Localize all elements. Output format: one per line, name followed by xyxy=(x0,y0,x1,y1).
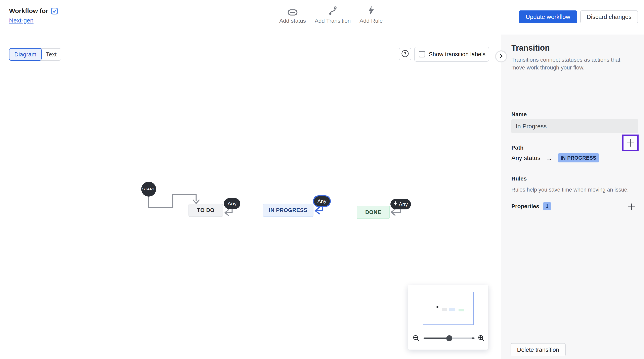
transition-pill-any-todo[interactable]: Any xyxy=(224,198,240,209)
zoom-out-icon xyxy=(413,335,420,342)
add-transition-label: Add Transition xyxy=(315,18,351,24)
rules-section-label: Rules xyxy=(512,175,527,182)
minimap-panel xyxy=(408,285,488,350)
properties-section-label: Properties xyxy=(512,203,539,210)
minimap-inprogress-rect xyxy=(449,308,455,311)
transition-pill-label: Any xyxy=(399,201,408,207)
zoom-in-button[interactable] xyxy=(478,335,485,342)
add-rule-button[interactable]: Add Rule xyxy=(360,5,382,24)
status-pill-icon xyxy=(288,5,298,16)
add-transition-button[interactable]: Add Transition xyxy=(315,5,351,24)
rules-description: Rules help you save time when moving an … xyxy=(512,187,629,193)
transition-detail-panel: Transition Transitions connect statuses … xyxy=(501,34,644,359)
header-actions: Update workflow Discard changes xyxy=(519,10,638,23)
zoom-slider-marker xyxy=(472,337,474,339)
question-mark-icon: ? xyxy=(401,50,409,58)
zoom-in-icon xyxy=(478,335,485,342)
transition-pill-label: Any xyxy=(228,201,237,207)
rule-lightning-icon xyxy=(394,201,397,208)
zoom-out-button[interactable] xyxy=(413,335,420,342)
arrow-right-icon: → xyxy=(546,155,552,161)
panel-divider xyxy=(501,34,501,359)
top-header: Workflow for Next-gen Add sta xyxy=(0,0,644,34)
path-from-status: Any status xyxy=(512,154,540,162)
workflow-title-block: Workflow for Next-gen xyxy=(9,7,58,24)
properties-count-badge: 1 xyxy=(543,202,551,210)
minimap-done-rect xyxy=(458,309,464,312)
node-start[interactable]: START xyxy=(141,182,156,197)
discard-changes-button[interactable]: Discard changes xyxy=(580,10,638,23)
view-mode-toggle: Diagram Text xyxy=(9,48,61,61)
zoom-slider-thumb[interactable] xyxy=(446,335,452,341)
help-button[interactable]: ? xyxy=(399,48,411,60)
tab-diagram[interactable]: Diagram xyxy=(9,48,42,61)
minimap-todo-rect xyxy=(442,308,447,311)
transition-pill-any-inprogress-selected[interactable]: Any xyxy=(313,195,331,207)
diagram-toolbar: Add status Add Transition xyxy=(279,5,383,24)
transition-labels-checkbox[interactable] xyxy=(419,51,425,57)
path-target-badge: IN PROGRESS xyxy=(558,153,599,162)
panel-description: Transitions connect statuses as actions … xyxy=(512,56,632,71)
add-status-label: Add status xyxy=(279,18,306,24)
transition-name-input[interactable] xyxy=(512,119,638,133)
transition-labels-label: Show transition labels xyxy=(429,51,486,58)
delete-transition-button[interactable]: Delete transition xyxy=(510,343,566,357)
add-property-plus-button[interactable] xyxy=(628,203,636,211)
add-status-button[interactable]: Add status xyxy=(279,5,306,24)
transition-pill-label: Any xyxy=(318,198,326,204)
add-rule-label: Add Rule xyxy=(360,18,382,24)
properties-row: Properties 1 xyxy=(512,202,551,210)
zoom-slider[interactable] xyxy=(424,338,475,339)
node-in-progress[interactable]: IN PROGRESS xyxy=(263,204,314,217)
plus-icon xyxy=(628,203,636,211)
path-row: Any status → IN PROGRESS xyxy=(512,153,599,162)
lightning-bolt-icon xyxy=(368,5,374,16)
show-transition-labels-toggle[interactable]: Show transition labels xyxy=(414,47,489,62)
minimap-start-dot xyxy=(436,306,438,308)
plus-icon xyxy=(626,139,635,147)
chevron-right-icon xyxy=(499,53,504,60)
panel-title: Transition xyxy=(512,43,550,52)
add-rule-plus-button[interactable] xyxy=(622,134,638,151)
collapse-panel-button[interactable] xyxy=(495,50,507,62)
transition-curve-icon xyxy=(328,5,337,16)
update-workflow-button[interactable]: Update workflow xyxy=(519,10,577,23)
transition-pill-any-done[interactable]: Any xyxy=(390,199,411,209)
workflow-editor: Workflow for Next-gen Add sta xyxy=(0,0,644,359)
svg-text:?: ? xyxy=(404,51,406,56)
tab-text[interactable]: Text xyxy=(42,48,61,60)
workflow-name-link[interactable]: Next-gen xyxy=(9,17,34,24)
checked-checkbox-icon xyxy=(51,8,58,14)
name-field-label: Name xyxy=(512,111,527,118)
node-done[interactable]: DONE xyxy=(357,206,390,219)
minimap-viewport[interactable] xyxy=(423,292,474,325)
node-to-do[interactable]: TO DO xyxy=(188,204,223,217)
page-title: Workflow for xyxy=(9,7,48,15)
path-section-label: Path xyxy=(512,145,524,151)
zoom-slider-fill xyxy=(424,338,449,339)
